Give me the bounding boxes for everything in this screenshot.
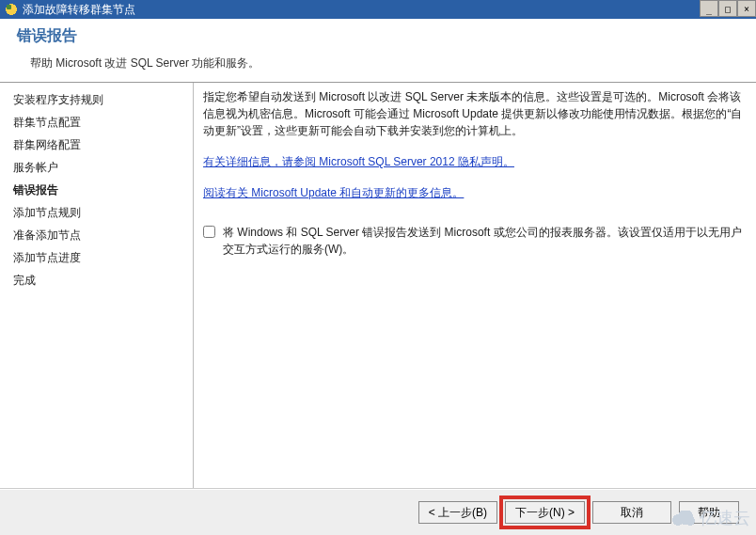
error-report-checkbox[interactable] [203,226,215,238]
next-button[interactable]: 下一步(N) > [505,501,585,524]
help-button[interactable]: 帮助 [679,501,739,524]
close-button[interactable]: × [737,0,756,17]
update-info-link[interactable]: 阅读有关 Microsoft Update 和自动更新的更多信息。 [203,185,464,201]
app-icon [4,2,19,17]
error-report-checkbox-row: 将 Windows 和 SQL Server 错误报告发送到 Microsoft… [203,224,743,258]
sidebar-item-complete[interactable]: 完成 [0,269,193,291]
maximize-button[interactable]: □ [718,0,737,17]
body: 安装程序支持规则 群集节点配置 群集网络配置 服务帐户 错误报告 添加节点规则 … [0,83,756,489]
sidebar-item-ready-add-node[interactable]: 准备添加节点 [0,224,193,246]
header: 错误报告 帮助 Microsoft 改进 SQL Server 功能和服务。 [0,19,756,83]
titlebar: 添加故障转移群集节点 _ □ × [0,0,756,19]
sidebar-item-setup-rules[interactable]: 安装程序支持规则 [0,88,193,111]
main-panel: 指定您希望自动发送到 Microsoft 以改进 SQL Server 未来版本… [194,83,756,488]
sidebar-item-cluster-network-config[interactable]: 群集网络配置 [0,134,193,156]
sidebar-item-cluster-node-config[interactable]: 群集节点配置 [0,111,193,134]
sidebar-item-add-node-progress[interactable]: 添加节点进度 [0,246,193,269]
back-button[interactable]: < 上一步(B) [418,501,497,524]
window-title: 添加故障转移群集节点 [23,2,135,18]
page-subtitle: 帮助 Microsoft 改进 SQL Server 功能和服务。 [30,55,739,71]
error-report-checkbox-label[interactable]: 将 Windows 和 SQL Server 错误报告发送到 Microsoft… [223,224,743,258]
privacy-link[interactable]: 有关详细信息，请参阅 Microsoft SQL Server 2012 隐私声… [203,154,514,170]
minimize-button[interactable]: _ [700,0,718,17]
window-controls: _ □ × [700,0,756,17]
sidebar-item-error-reporting[interactable]: 错误报告 [0,179,193,201]
sidebar-item-service-accounts[interactable]: 服务帐户 [0,156,193,179]
sidebar: 安装程序支持规则 群集节点配置 群集网络配置 服务帐户 错误报告 添加节点规则 … [0,83,194,488]
footer: < 上一步(B) 下一步(N) > 取消 帮助 [0,489,756,535]
page-title: 错误报告 [17,26,739,46]
cancel-button[interactable]: 取消 [592,501,671,524]
main-description: 指定您希望自动发送到 Microsoft 以改进 SQL Server 未来版本… [203,88,743,139]
sidebar-item-add-node-rules[interactable]: 添加节点规则 [0,201,193,224]
